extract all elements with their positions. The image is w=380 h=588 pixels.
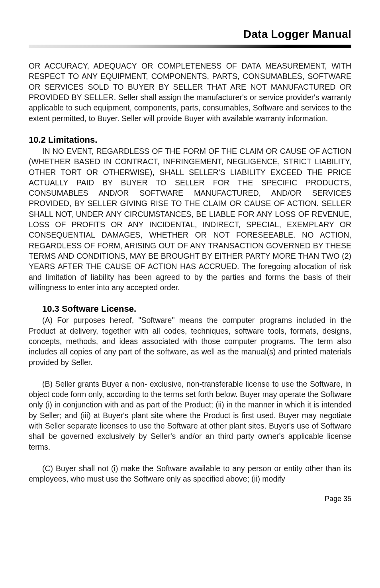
paragraph-software-a: (A) For purposes hereof, "Software" mean… <box>29 315 351 368</box>
paragraph-software-b: (B) Seller grants Buyer a non- exclusive… <box>29 379 351 452</box>
page-container: Data Logger Manual OR ACCURACY, ADEQUACY… <box>0 0 380 519</box>
header-gradient-rule <box>29 45 351 48</box>
paragraph-limitations: IN NO EVENT, REGARDLESS OF THE FORM OF T… <box>29 146 351 293</box>
page-number: Page 35 <box>29 495 351 503</box>
document-header-title: Data Logger Manual <box>29 28 351 41</box>
section-heading-10-2: 10.2 Limitations. <box>29 135 351 145</box>
paragraph-software-c: (C) Buyer shall not (i) make the Softwar… <box>29 463 351 484</box>
paragraph-continuation-warranty: OR ACCURACY, ADEQUACY OR COMPLETENESS OF… <box>29 61 351 124</box>
section-heading-10-3: 10.3 Software License. <box>29 304 351 314</box>
